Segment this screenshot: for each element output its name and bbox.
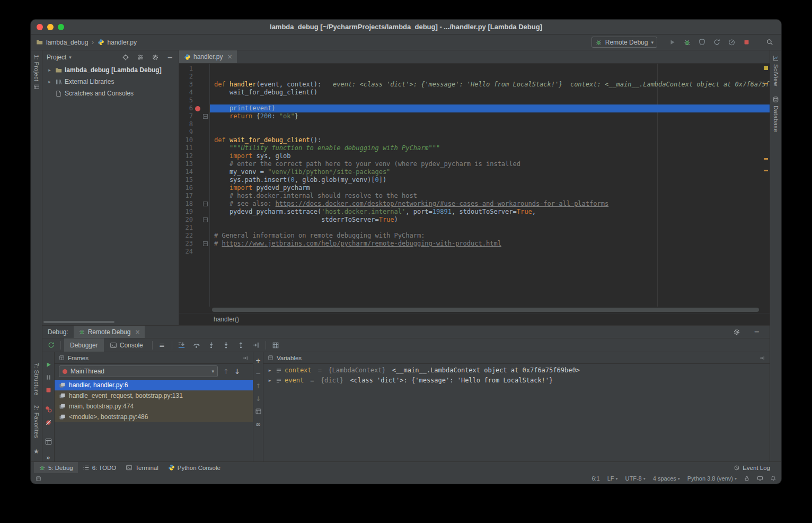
show-execution-point-button[interactable]	[175, 339, 188, 351]
frame-row[interactable]: handler, handler.py:6	[55, 380, 253, 390]
fold-marker-icon[interactable]	[202, 241, 209, 246]
favorites-star-icon[interactable]: ★	[33, 448, 39, 455]
code-line[interactable]: stderrToServer=True)	[210, 216, 770, 224]
code-line[interactable]: return {200: "ok"}	[210, 112, 770, 120]
gutter-line[interactable]: 2	[179, 73, 209, 81]
lock-icon[interactable]	[744, 475, 750, 482]
fold-marker-icon[interactable]	[202, 217, 209, 222]
project-panel-title[interactable]: Project	[47, 54, 66, 61]
breadcrumb-file[interactable]: handler.py	[108, 39, 137, 46]
editor-tab-handler-py[interactable]: handler.py ×	[179, 50, 237, 63]
run-button[interactable]	[666, 37, 678, 48]
code-content[interactable]: def handler(event, context): event: <cla…	[210, 64, 770, 307]
remove-watch-button[interactable]: −	[254, 369, 262, 377]
view-breakpoints-button[interactable]	[43, 405, 54, 413]
fold-marker-icon[interactable]	[202, 202, 209, 206]
tool-stripe-favorites[interactable]: 2: Favorites	[33, 405, 40, 438]
code-line-execution-point[interactable]: print(event)	[210, 104, 770, 112]
gutter-line[interactable]: 6	[179, 104, 209, 112]
duplicate-watch-button[interactable]	[254, 407, 262, 415]
move-watch-down-button[interactable]: ↓	[254, 395, 262, 403]
restore-layout-button[interactable]	[43, 438, 54, 446]
stop-button[interactable]	[740, 37, 753, 48]
code-line[interactable]	[210, 248, 770, 256]
tab-console[interactable]: Console	[104, 338, 149, 352]
gutter-line[interactable]: 19	[179, 208, 209, 216]
hide-panel-button[interactable]: −	[166, 53, 174, 62]
rerun-button[interactable]	[710, 37, 723, 48]
gutter-line[interactable]: 7	[179, 112, 209, 120]
profiler-button[interactable]	[725, 37, 738, 48]
status-utf-8[interactable]: UTF-8▾	[625, 475, 646, 482]
toolwindow-button-python-console[interactable]: Python Console	[163, 462, 225, 473]
pause-button[interactable]	[43, 373, 54, 381]
frame-row[interactable]: <module>, bootstrap.py:486	[55, 412, 253, 422]
notifications-icon[interactable]	[770, 475, 776, 482]
code-line[interactable]: # enter the correct path here to your ve…	[210, 160, 770, 168]
resume-button[interactable]	[43, 361, 54, 369]
status-6-1[interactable]: 6:1	[592, 475, 599, 482]
toolwindow-button-6-todo[interactable]: 6: TODO	[78, 462, 121, 473]
toolwindow-button-5-debug[interactable]: 5: Debug	[34, 462, 78, 473]
expander-icon[interactable]: ▸	[267, 376, 273, 386]
fullscreen-window-button[interactable]	[58, 24, 64, 30]
status-4-spaces[interactable]: 4 spaces▾	[653, 475, 680, 482]
toolwindow-button-event-log[interactable]: Event Log	[729, 465, 775, 471]
code-line[interactable]	[210, 224, 770, 232]
close-session-icon[interactable]: ×	[135, 328, 140, 336]
tab-debugger[interactable]: Debugger	[64, 338, 104, 352]
project-scrollbar[interactable]	[43, 321, 114, 323]
gutter-line[interactable]: 16	[179, 184, 209, 192]
gutter-line[interactable]: 10	[179, 136, 209, 144]
search-everywhere-button[interactable]	[763, 37, 776, 48]
code-line[interactable]	[210, 128, 770, 136]
code-line[interactable]: """Utility function to enable debugging …	[210, 144, 770, 152]
gutter-line[interactable]: 12	[179, 152, 209, 160]
run-to-cursor-button[interactable]	[250, 339, 262, 351]
toolwindow-button-terminal[interactable]: Terminal	[121, 462, 163, 473]
stop-button[interactable]	[43, 386, 54, 394]
debug-session-tab[interactable]: Remote Debug ×	[74, 326, 145, 338]
fold-marker-icon[interactable]	[203, 217, 208, 222]
editor-horizontal-scrollbar[interactable]	[179, 307, 770, 313]
show-watches-button[interactable]: ∞	[254, 420, 262, 428]
layout-settings-button[interactable]: ≡	[156, 339, 169, 351]
gutter-line[interactable]: 21	[179, 224, 209, 232]
tool-stripe-structure[interactable]: 7: Structure	[33, 363, 40, 396]
gutter-line[interactable]: 9	[179, 128, 209, 136]
screen-icon[interactable]	[757, 475, 763, 482]
gutter-line[interactable]: 13	[179, 160, 209, 168]
code-line[interactable]: def handler(event, context): event: <cla…	[210, 81, 770, 89]
scrollbar-thumb[interactable]	[212, 308, 759, 312]
titlebar[interactable]: lambda_debug [~/PycharmProjects/lambda_d…	[31, 20, 781, 34]
rerun-debug-button[interactable]	[45, 339, 57, 351]
gutter-line[interactable]: 1	[179, 65, 209, 73]
move-watch-up-button[interactable]: ↑	[254, 382, 262, 390]
code-line[interactable]: sys.path.insert(0, glob.glob(my_venv)[0]…	[210, 176, 770, 184]
code-line[interactable]: pydevd_pycharm.settrace('host.docker.int…	[210, 208, 770, 216]
dock-icon[interactable]	[242, 355, 249, 361]
debug-settings-button[interactable]	[730, 326, 743, 338]
variable-row-context[interactable]: ▸context = {LambdaContext} <__main__.Lam…	[263, 365, 770, 376]
step-over-button[interactable]	[190, 339, 203, 351]
code-line[interactable]: my_venv = "venv/lib/python*/site-package…	[210, 168, 770, 176]
gutter-line[interactable]: 24	[179, 248, 209, 256]
code-line[interactable]: # see also: https://docs.docker.com/desk…	[210, 200, 770, 208]
debug-button[interactable]	[681, 37, 693, 48]
code-editor[interactable]: 123456789101112131415161718192021222324 …	[179, 64, 770, 307]
status-lf[interactable]: LF▾	[607, 475, 618, 482]
project-tree-item-scratches-and-consoles[interactable]: Scratches and Consoles	[42, 88, 179, 99]
code-line[interactable]: # host.docker.internal should resolve to…	[210, 192, 770, 200]
hide-debug-panel-button[interactable]: −	[751, 326, 763, 338]
gutter-line[interactable]: 4	[179, 89, 209, 97]
mute-breakpoints-button[interactable]	[43, 419, 54, 426]
frame-row[interactable]: handle_event_request, bootstrap.py:131	[55, 390, 253, 401]
code-line[interactable]	[210, 73, 770, 81]
breadcrumb-function[interactable]: handler()	[214, 316, 239, 323]
expand-arrow-icon[interactable]: ▸	[47, 79, 52, 84]
tool-stripe-project[interactable]: 1: Project	[33, 55, 40, 90]
expand-arrow-icon[interactable]: ▸	[47, 67, 52, 73]
code-line[interactable]: import pydevd_pycharm	[210, 184, 770, 192]
breakpoint-icon[interactable]	[193, 106, 202, 111]
gutter-line[interactable]: 15	[179, 176, 209, 184]
